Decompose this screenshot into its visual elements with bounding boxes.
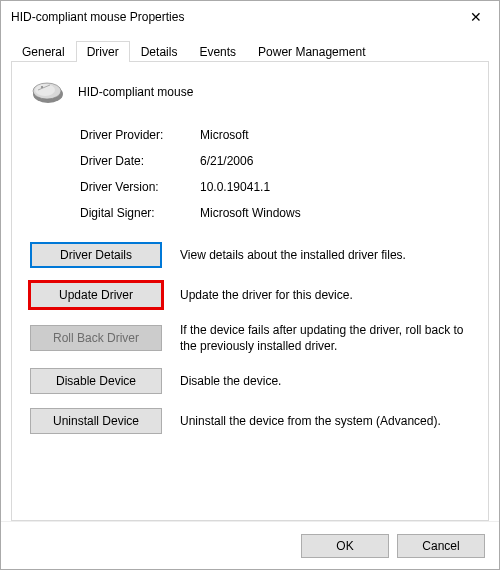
driver-provider-value: Microsoft bbox=[200, 128, 249, 142]
info-row-version: Driver Version: 10.0.19041.1 bbox=[80, 180, 470, 194]
action-row-driver-details: Driver Details View details about the in… bbox=[30, 242, 470, 268]
action-row-roll-back: Roll Back Driver If the device fails aft… bbox=[30, 322, 470, 354]
driver-date-value: 6/21/2006 bbox=[200, 154, 253, 168]
info-row-date: Driver Date: 6/21/2006 bbox=[80, 154, 470, 168]
driver-date-label: Driver Date: bbox=[80, 154, 200, 168]
action-row-update-driver: Update Driver Update the driver for this… bbox=[30, 282, 470, 308]
driver-version-value: 10.0.19041.1 bbox=[200, 180, 270, 194]
tab-general[interactable]: General bbox=[11, 41, 76, 62]
titlebar: HID-compliant mouse Properties ✕ bbox=[1, 1, 499, 33]
device-header: HID-compliant mouse bbox=[30, 78, 470, 106]
uninstall-device-desc: Uninstall the device from the system (Ad… bbox=[180, 413, 470, 429]
uninstall-device-button[interactable]: Uninstall Device bbox=[30, 408, 162, 434]
update-driver-button[interactable]: Update Driver bbox=[30, 282, 162, 308]
action-row-disable: Disable Device Disable the device. bbox=[30, 368, 470, 394]
cancel-button[interactable]: Cancel bbox=[397, 534, 485, 558]
driver-details-desc: View details about the installed driver … bbox=[180, 247, 470, 263]
dialog-footer: OK Cancel bbox=[1, 521, 499, 569]
tab-events[interactable]: Events bbox=[188, 41, 247, 62]
disable-device-desc: Disable the device. bbox=[180, 373, 470, 389]
disable-device-button[interactable]: Disable Device bbox=[30, 368, 162, 394]
driver-version-label: Driver Version: bbox=[80, 180, 200, 194]
close-icon: ✕ bbox=[470, 9, 482, 25]
mouse-icon bbox=[30, 78, 66, 106]
digital-signer-value: Microsoft Windows bbox=[200, 206, 301, 220]
driver-provider-label: Driver Provider: bbox=[80, 128, 200, 142]
roll-back-driver-desc: If the device fails after updating the d… bbox=[180, 322, 470, 354]
tab-details[interactable]: Details bbox=[130, 41, 189, 62]
properties-window: HID-compliant mouse Properties ✕ General… bbox=[0, 0, 500, 570]
driver-details-button[interactable]: Driver Details bbox=[30, 242, 162, 268]
content-area: General Driver Details Events Power Mana… bbox=[1, 33, 499, 521]
close-button[interactable]: ✕ bbox=[453, 1, 499, 33]
driver-info-grid: Driver Provider: Microsoft Driver Date: … bbox=[80, 128, 470, 220]
roll-back-driver-button: Roll Back Driver bbox=[30, 325, 162, 351]
tab-strip: General Driver Details Events Power Mana… bbox=[11, 39, 489, 61]
digital-signer-label: Digital Signer: bbox=[80, 206, 200, 220]
ok-button[interactable]: OK bbox=[301, 534, 389, 558]
update-driver-desc: Update the driver for this device. bbox=[180, 287, 470, 303]
info-row-provider: Driver Provider: Microsoft bbox=[80, 128, 470, 142]
window-title: HID-compliant mouse Properties bbox=[11, 10, 184, 24]
tab-driver[interactable]: Driver bbox=[76, 41, 130, 62]
device-name: HID-compliant mouse bbox=[78, 85, 193, 99]
driver-panel: HID-compliant mouse Driver Provider: Mic… bbox=[11, 61, 489, 521]
info-row-signer: Digital Signer: Microsoft Windows bbox=[80, 206, 470, 220]
svg-point-3 bbox=[41, 86, 43, 88]
tab-power-management[interactable]: Power Management bbox=[247, 41, 376, 62]
action-row-uninstall: Uninstall Device Uninstall the device fr… bbox=[30, 408, 470, 434]
